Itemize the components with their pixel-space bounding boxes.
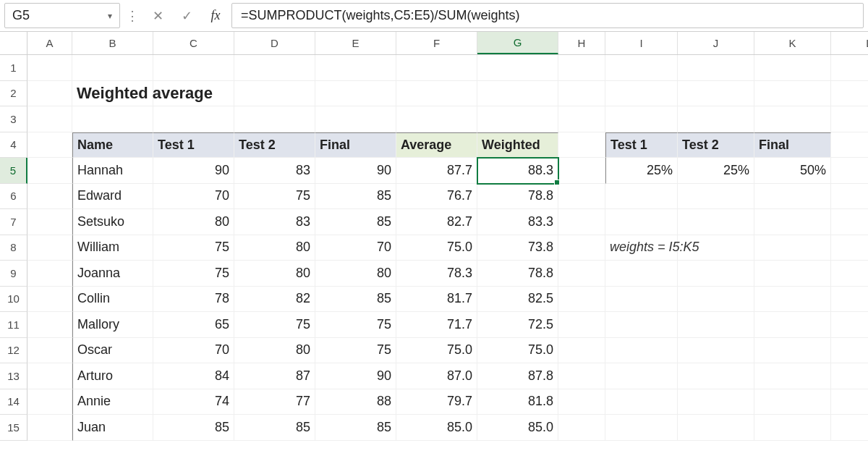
fx-icon[interactable]: fx xyxy=(203,3,229,28)
weights-note[interactable]: weights = I5:K5 xyxy=(605,235,678,261)
cell[interactable] xyxy=(72,55,153,81)
cell[interactable] xyxy=(605,287,678,313)
table-cell[interactable]: 78.8 xyxy=(477,261,558,287)
cell[interactable] xyxy=(831,415,868,441)
cell[interactable] xyxy=(477,81,558,107)
table-cell[interactable]: 82 xyxy=(234,287,315,313)
table-cell[interactable]: 75 xyxy=(153,261,234,287)
cell[interactable] xyxy=(605,312,678,338)
row-header[interactable]: 3 xyxy=(0,106,27,132)
cell[interactable] xyxy=(605,184,678,210)
table-cell[interactable]: 77 xyxy=(234,389,315,415)
cell[interactable] xyxy=(558,338,605,364)
row-header[interactable]: 8 xyxy=(0,235,27,261)
col-header-L[interactable]: L xyxy=(831,32,868,54)
cell[interactable] xyxy=(27,338,72,364)
cell[interactable] xyxy=(558,389,605,415)
cell[interactable] xyxy=(754,55,831,81)
table-cell[interactable]: 75 xyxy=(153,235,234,261)
cell[interactable] xyxy=(831,287,868,313)
cell[interactable] xyxy=(27,261,72,287)
cell[interactable] xyxy=(477,106,558,132)
weights-value[interactable]: 25% xyxy=(605,158,678,184)
cell[interactable] xyxy=(831,363,868,389)
table-cell[interactable]: 75.0 xyxy=(396,338,477,364)
cell[interactable] xyxy=(234,81,315,107)
table-cell[interactable]: 83.3 xyxy=(477,209,558,235)
col-header-D[interactable]: D xyxy=(234,32,315,54)
cell[interactable] xyxy=(678,363,754,389)
cell[interactable] xyxy=(831,389,868,415)
cell[interactable] xyxy=(605,389,678,415)
col-header-G[interactable]: G xyxy=(477,32,558,54)
cell[interactable] xyxy=(678,287,754,313)
cell[interactable] xyxy=(27,235,72,261)
cell[interactable] xyxy=(558,55,605,81)
cell[interactable] xyxy=(396,81,477,107)
col-header-C[interactable]: C xyxy=(153,32,234,54)
cell[interactable] xyxy=(754,184,831,210)
table-cell[interactable]: 78 xyxy=(153,287,234,313)
row-header[interactable]: 15 xyxy=(0,415,27,441)
cell[interactable] xyxy=(27,209,72,235)
cell[interactable] xyxy=(153,55,234,81)
table-cell[interactable]: 87.7 xyxy=(396,158,477,184)
cell[interactable] xyxy=(678,235,754,261)
cell[interactable] xyxy=(396,55,477,81)
table-cell[interactable]: 79.7 xyxy=(396,389,477,415)
cell[interactable] xyxy=(754,261,831,287)
col-header-J[interactable]: J xyxy=(678,32,754,54)
table-cell[interactable]: 85 xyxy=(315,209,396,235)
selected-cell[interactable]: 88.3 xyxy=(477,158,558,184)
table-cell-name[interactable]: Juan xyxy=(72,415,153,441)
table-header[interactable]: Average xyxy=(396,132,477,159)
table-cell-name[interactable]: Oscar xyxy=(72,338,153,364)
table-header[interactable]: Name xyxy=(72,132,153,159)
cell[interactable] xyxy=(558,81,605,107)
row-header[interactable]: 9 xyxy=(0,261,27,287)
cell[interactable] xyxy=(27,81,72,107)
table-cell[interactable]: 85 xyxy=(153,415,234,441)
cell[interactable] xyxy=(558,415,605,441)
table-cell[interactable]: 80 xyxy=(234,338,315,364)
cell[interactable] xyxy=(605,338,678,364)
cell[interactable] xyxy=(558,235,605,261)
cell[interactable] xyxy=(754,338,831,364)
table-cell[interactable]: 74 xyxy=(153,389,234,415)
row-header[interactable]: 14 xyxy=(0,389,27,415)
table-cell[interactable]: 83 xyxy=(234,158,315,184)
cell[interactable] xyxy=(754,389,831,415)
cell[interactable] xyxy=(396,106,477,132)
weights-header[interactable]: Test 2 xyxy=(678,132,754,159)
cell[interactable] xyxy=(831,338,868,364)
cell[interactable] xyxy=(27,312,72,338)
cell[interactable] xyxy=(27,55,72,81)
cell[interactable] xyxy=(678,415,754,441)
table-cell[interactable]: 75.0 xyxy=(477,338,558,364)
table-cell[interactable]: 85 xyxy=(315,287,396,313)
cell[interactable] xyxy=(558,184,605,210)
cell[interactable] xyxy=(754,312,831,338)
table-cell[interactable]: 85.0 xyxy=(477,415,558,441)
cell[interactable] xyxy=(27,287,72,313)
cell[interactable] xyxy=(558,106,605,132)
name-box[interactable]: G5 ▾ xyxy=(4,3,120,28)
col-header-I[interactable]: I xyxy=(605,32,678,54)
table-cell-name[interactable]: Mallory xyxy=(72,312,153,338)
col-header-A[interactable]: A xyxy=(27,32,72,54)
cell[interactable] xyxy=(831,81,868,107)
cell[interactable] xyxy=(27,158,72,184)
weights-header[interactable]: Final xyxy=(754,132,831,159)
cell[interactable] xyxy=(558,363,605,389)
table-cell-name[interactable]: Edward xyxy=(72,184,153,210)
table-cell[interactable]: 85 xyxy=(315,184,396,210)
row-header[interactable]: 7 xyxy=(0,209,27,235)
cell[interactable] xyxy=(754,106,831,132)
cell[interactable] xyxy=(678,389,754,415)
col-header-E[interactable]: E xyxy=(315,32,396,54)
cell[interactable] xyxy=(477,55,558,81)
table-cell[interactable]: 70 xyxy=(315,235,396,261)
cell[interactable] xyxy=(831,106,868,132)
cell[interactable] xyxy=(27,389,72,415)
cell[interactable] xyxy=(678,184,754,210)
